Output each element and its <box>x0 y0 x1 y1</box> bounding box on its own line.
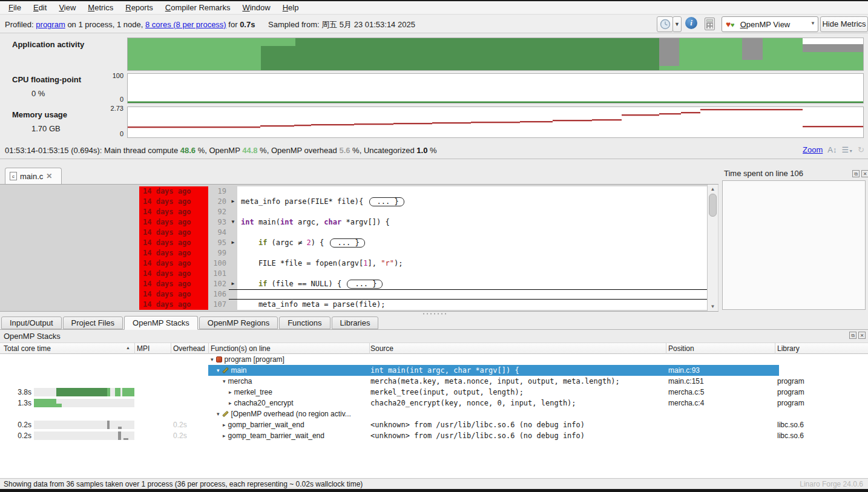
activity-segment <box>742 38 763 60</box>
activity-segment <box>295 38 659 70</box>
menu-file[interactable]: File <box>2 2 27 13</box>
memory-step <box>393 123 432 125</box>
col-total-core-time[interactable]: Total core time <box>4 344 51 353</box>
col-library[interactable]: Library <box>777 344 800 353</box>
total-core-time-value: 1.3s <box>0 399 31 407</box>
hide-metrics-button[interactable]: Hide Metrics <box>820 16 868 32</box>
code-line-102[interactable]: 14 days ago102▶ if (file == NULL) { ... … <box>139 279 707 289</box>
editor-scrollbar[interactable]: ▲ ▼ <box>707 185 718 311</box>
bottom-tab-bar: Input/OutputProject FilesOpenMP StacksOp… <box>0 316 868 330</box>
code-line-101[interactable]: 14 days ago101 <box>139 269 707 279</box>
code-line-107[interactable]: 14 days ago107 meta_info meta = parse(fi… <box>139 300 707 310</box>
stack-row-main[interactable]: ▾mainint main(int argc, char *argv[]) {m… <box>0 365 868 376</box>
menu-edit[interactable]: Edit <box>27 2 53 13</box>
tab-project-files[interactable]: Project Files <box>63 317 123 329</box>
collapse-icon[interactable]: ▾ <box>217 411 220 417</box>
code-line-19[interactable]: 14 days ago19 <box>139 186 707 197</box>
calculator-icon[interactable] <box>705 18 715 30</box>
function-cell: ▾mercha <box>223 377 252 385</box>
cores-link[interactable]: 8 cores (8 per process) <box>145 20 226 29</box>
view-selector[interactable]: ♥♥ OpenMP View ▼ <box>722 16 818 32</box>
scrollbar-thumb[interactable] <box>709 194 717 217</box>
menu-window[interactable]: Window <box>236 2 276 13</box>
metric-list-icon[interactable]: ☰▼ <box>842 145 853 154</box>
time-display-dropdown[interactable]: ▼ <box>672 16 682 32</box>
code-line-93[interactable]: 14 days ago93▼int main(int argc, char *a… <box>139 217 707 228</box>
scroll-down-icon[interactable]: ▼ <box>709 303 717 310</box>
float-panel-icon[interactable]: ⧉ <box>852 170 860 177</box>
fold-collapsed-icon[interactable]: ▶ <box>229 279 237 289</box>
code-line-106[interactable]: 14 days ago106 <box>139 289 707 300</box>
info-icon[interactable]: i <box>685 17 697 29</box>
reset-zoom-icon: ↻ <box>858 145 864 154</box>
menu-reports[interactable]: Reports <box>119 2 159 13</box>
cpu-floating-point-chart[interactable] <box>127 73 864 103</box>
fold-collapsed-icon[interactable]: ▶ <box>229 238 237 248</box>
tab-openmp-stacks[interactable]: OpenMP Stacks <box>124 316 198 330</box>
application-activity-chart[interactable] <box>127 38 864 71</box>
fold-expanded-icon[interactable]: ▼ <box>229 217 237 228</box>
col-source[interactable]: Source <box>370 344 393 353</box>
library-value: program <box>777 377 804 385</box>
line-number: 19 <box>208 186 229 197</box>
tab-libraries[interactable]: Libraries <box>332 317 379 329</box>
menu-view[interactable]: View <box>53 2 82 13</box>
tab-input-output[interactable]: Input/Output <box>1 317 62 329</box>
function-name: program [program] <box>225 355 284 364</box>
col-overhead[interactable]: Overhead <box>173 344 205 353</box>
close-panel-icon[interactable]: ✕ <box>861 170 868 177</box>
scroll-up-icon[interactable]: ▲ <box>709 185 717 193</box>
float-panel-icon[interactable]: ⧉ <box>849 332 856 339</box>
expand-icon[interactable]: ▸ <box>229 389 232 395</box>
fold-gutter <box>229 207 237 217</box>
code-line-99[interactable]: 14 days ago99 <box>139 248 707 258</box>
close-icon[interactable]: ✕ <box>46 172 52 180</box>
source-code: chacha20_encrypt(key, nonce, 0, input, l… <box>370 399 576 407</box>
tab-openmp-regions[interactable]: OpenMP Regions <box>199 317 278 329</box>
overhead-pct: 5.6 <box>339 146 350 155</box>
cpu-ymin: 0 <box>102 96 123 103</box>
expand-icon[interactable]: ▸ <box>223 422 226 428</box>
code-line-20[interactable]: 14 days ago20▶meta_info parse(FILE* file… <box>139 197 707 207</box>
collapse-icon[interactable]: ▾ <box>223 378 226 384</box>
tab-main-c[interactable]: c main.c ✕ <box>5 168 62 184</box>
zoom-link[interactable]: Zoom <box>803 145 823 154</box>
time-range-summary-bar: 01:53:14-01:53:15 (0.694s): Main thread … <box>0 142 868 159</box>
col-functions[interactable]: Function(s) on line <box>211 344 271 353</box>
stack-row-gomp-team-barrier-wait-end[interactable]: 0.2s0.2s▸gomp_team_barrier_wait_end<unkn… <box>0 430 868 441</box>
stack-row-program-program[interactable]: ▾program [program] <box>0 354 868 365</box>
stack-row-mercha[interactable]: ▾merchamercha(meta.key, meta.nonce, inpu… <box>0 376 868 387</box>
code-line-95[interactable]: 14 days ago95▶ if (argc ≠ 2) { ... } <box>139 238 707 248</box>
stack-row-chacha20-encrypt[interactable]: 1.3s▸chacha20_encryptchacha20_encrypt(ke… <box>0 398 868 408</box>
memory-step <box>432 122 471 124</box>
code-line-92[interactable]: 14 days ago92 <box>139 207 707 217</box>
stack-row-merkel-tree[interactable]: 3.8s▸merkel_treemerkel_tree(input, outpu… <box>0 387 868 398</box>
menu-help[interactable]: Help <box>277 2 305 13</box>
horizontal-splitter[interactable] <box>0 312 868 316</box>
time-display-button[interactable] <box>657 16 673 32</box>
openmp-pct: 44.8 <box>242 146 257 155</box>
col-mpi[interactable]: MPI <box>137 344 150 353</box>
menu-compiler-remarks[interactable]: Compiler Remarks <box>159 2 237 13</box>
code-line-94[interactable]: 14 days ago94 <box>139 228 707 238</box>
stack-row-openmp-overhead-no-region-activ[interactable]: ▾[OpenMP overhead (no region activ... <box>0 408 868 419</box>
code-line-100[interactable]: 14 days ago100 FILE *file = fopen(argv[1… <box>139 258 707 269</box>
close-panel-icon[interactable]: ✕ <box>858 332 866 339</box>
function-name: [OpenMP overhead (no region activ... <box>231 410 351 418</box>
stack-row-gomp-barrier-wait-end[interactable]: 0.2s0.2s▸gomp_barrier_wait_end<unknown> … <box>0 419 868 430</box>
source-code: <unknown> from /usr/lib/libc.so.6 (no de… <box>370 431 585 440</box>
total-core-time-value: 3.8s <box>0 388 31 396</box>
memory-usage-chart[interactable] <box>127 107 864 138</box>
col-position[interactable]: Position <box>668 344 694 353</box>
line-number: 94 <box>208 228 229 238</box>
fold-collapsed-icon[interactable]: ▶ <box>229 197 237 207</box>
cpu-label: CPU floating-point <box>12 75 81 84</box>
menu-metrics[interactable]: Metrics <box>82 2 119 13</box>
expand-icon[interactable]: ▸ <box>229 400 232 406</box>
tab-functions[interactable]: Functions <box>279 317 330 329</box>
program-link[interactable]: program <box>36 20 65 29</box>
expand-icon[interactable]: ▸ <box>223 433 226 439</box>
collapse-icon[interactable]: ▾ <box>211 356 214 362</box>
collapse-icon[interactable]: ▾ <box>217 367 220 373</box>
font-size-icon[interactable]: A↕ <box>827 145 837 154</box>
